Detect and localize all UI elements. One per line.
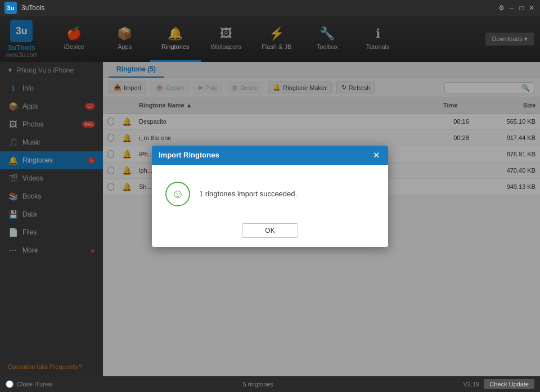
footer-status: 5 ringtones <box>242 381 273 388</box>
dialog-footer: OK <box>152 218 388 247</box>
check-update-button[interactable]: Check Update <box>484 379 534 389</box>
dialog-close-button[interactable]: ✕ <box>371 150 381 160</box>
dialog-title: Import Ringtones <box>159 151 219 159</box>
settings-icon[interactable]: ⚙ <box>497 4 505 12</box>
window-controls: ⚙ ─ □ ✕ <box>497 4 536 12</box>
footer-right: V2.19 Check Update <box>464 379 534 389</box>
title-bar-left: 3u 3uTools <box>4 2 44 14</box>
dialog-ok-button[interactable]: OK <box>242 223 298 238</box>
app-logo: 3u <box>4 2 17 14</box>
import-dialog: Import Ringtones ✕ ☺ 1 ringtones import … <box>152 146 388 247</box>
dialog-message: 1 ringtones import succeeded. <box>199 190 297 198</box>
dialog-title-bar: Import Ringtones ✕ <box>152 146 388 165</box>
title-bar: 3u 3uTools ⚙ ─ □ ✕ <box>0 0 540 16</box>
close-button[interactable]: ✕ <box>528 4 536 12</box>
app-name: 3uTools <box>21 4 44 12</box>
dialog-overlay: Import Ringtones ✕ ☺ 1 ringtones import … <box>0 16 540 376</box>
maximize-button[interactable]: □ <box>518 4 525 12</box>
success-icon: ☺ <box>165 182 190 206</box>
close-itunes-label: Close iTunes <box>17 381 53 388</box>
footer: Close iTunes 5 ringtones V2.19 Check Upd… <box>0 376 540 392</box>
version-label: V2.19 <box>464 381 480 388</box>
footer-left: Close iTunes <box>6 380 53 388</box>
dialog-body: ☺ 1 ringtones import succeeded. <box>152 165 388 218</box>
minimize-button[interactable]: ─ <box>507 4 515 12</box>
